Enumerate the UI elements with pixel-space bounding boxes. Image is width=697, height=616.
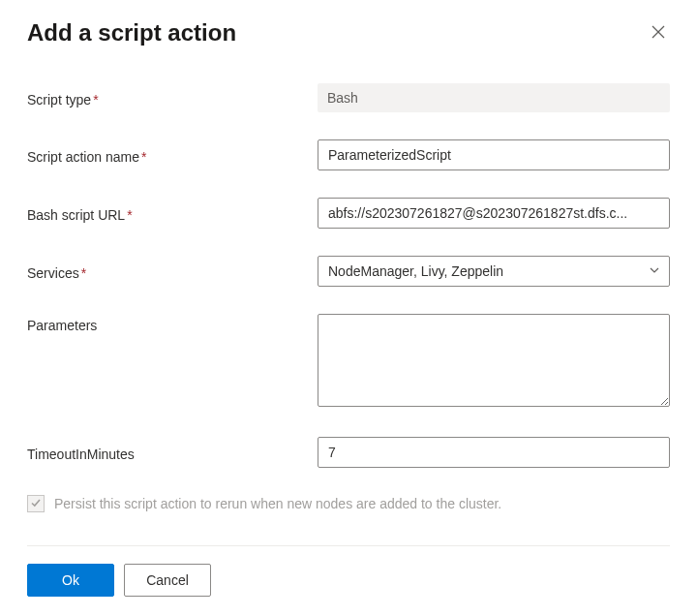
- ok-button[interactable]: Ok: [27, 564, 114, 597]
- form-body: Script type* Bash Script action name* Ba…: [27, 83, 670, 528]
- dialog-title: Add a script action: [27, 19, 236, 46]
- row-bash-script-url: Bash script URL*: [27, 198, 670, 229]
- close-icon: [651, 24, 666, 43]
- row-timeout: TimeoutInMinutes: [27, 437, 670, 468]
- script-type-label: Script type*: [27, 88, 318, 108]
- script-action-name-input[interactable]: [318, 139, 670, 170]
- persist-checkbox: [27, 495, 45, 512]
- services-select[interactable]: NodeManager, Livy, Zeppelin: [318, 256, 670, 287]
- row-persist: Persist this script action to rerun when…: [27, 495, 670, 512]
- row-script-type: Script type* Bash: [27, 83, 670, 112]
- timeout-label: TimeoutInMinutes: [27, 443, 318, 462]
- cancel-button[interactable]: Cancel: [124, 564, 211, 597]
- row-script-action-name: Script action name*: [27, 139, 670, 170]
- required-marker: *: [93, 92, 98, 108]
- script-action-name-label: Script action name*: [27, 145, 318, 165]
- row-services: Services* NodeManager, Livy, Zeppelin: [27, 256, 670, 287]
- timeout-input[interactable]: [318, 437, 670, 468]
- parameters-label: Parameters: [27, 314, 318, 333]
- script-type-value: Bash: [318, 83, 670, 112]
- close-button[interactable]: [647, 20, 670, 46]
- add-script-action-dialog: Add a script action Script type* Bash Sc…: [0, 0, 697, 616]
- dialog-footer: Ok Cancel: [27, 545, 670, 597]
- bash-script-url-input[interactable]: [318, 198, 670, 229]
- dialog-header: Add a script action: [27, 19, 670, 46]
- services-label: Services*: [27, 262, 318, 281]
- check-icon: [30, 496, 42, 511]
- bash-script-url-label: Bash script URL*: [27, 203, 318, 223]
- row-parameters: Parameters: [27, 314, 670, 410]
- required-marker: *: [141, 149, 146, 165]
- parameters-textarea[interactable]: [318, 314, 670, 407]
- required-marker: *: [127, 207, 132, 223]
- persist-label: Persist this script action to rerun when…: [54, 496, 501, 511]
- required-marker: *: [81, 265, 86, 281]
